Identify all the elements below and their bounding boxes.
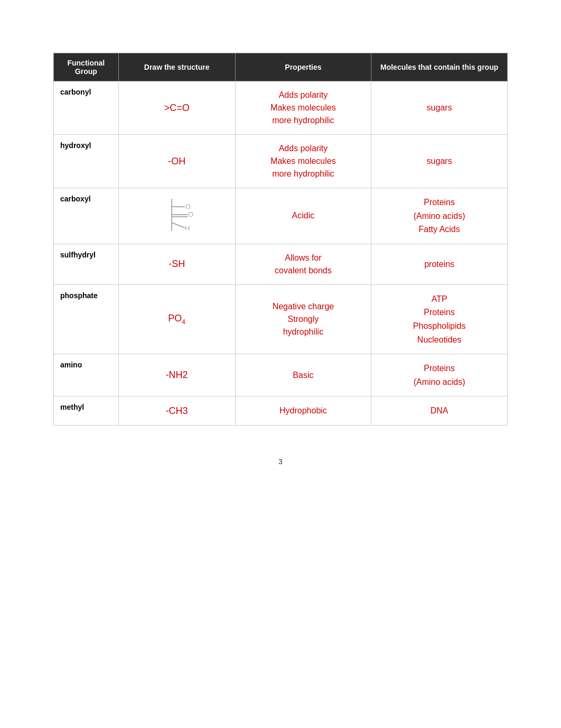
molecules-carbonyl: sugars <box>371 81 508 135</box>
structure-carbonyl: >C=O <box>118 81 235 135</box>
label-methyl: methyl <box>54 397 119 426</box>
structure-carboxyl: O O H <box>118 188 235 244</box>
table-row: methyl -CH3 Hydrophobic DNA <box>54 397 508 426</box>
table-row: carbonyl >C=O Adds polarity Makes molecu… <box>54 81 508 135</box>
table-row: phosphate PO4 Negative charge Strongly h… <box>54 284 508 354</box>
properties-hydroxyl: Adds polarity Makes molecules more hydro… <box>235 135 371 188</box>
molecules-amino: Proteins (Amino acids) <box>371 354 508 397</box>
label-phosphate: phosphate <box>54 284 119 354</box>
label-sulfhydryl: sulfhydryl <box>54 244 119 284</box>
structure-methyl: -CH3 <box>118 397 235 426</box>
structure-hydroxyl: -OH <box>118 135 235 188</box>
label-hydroxyl: hydroxyl <box>54 135 119 188</box>
header-molecules: Molecules that contain this group <box>371 53 508 81</box>
table-row: hydroxyl -OH Adds polarity Makes molecul… <box>54 135 508 188</box>
properties-amino: Basic <box>235 354 371 397</box>
header-functional-group: Functional Group <box>54 53 119 81</box>
header-properties: Properties <box>235 53 371 81</box>
molecules-carboxyl: Proteins (Amino acids) Fatty Acids <box>371 188 508 244</box>
properties-carbonyl: Adds polarity Makes molecules more hydro… <box>235 81 371 135</box>
properties-phosphate: Negative charge Strongly hydrophilic <box>235 284 371 354</box>
svg-text:H: H <box>185 224 190 232</box>
header-draw-structure: Draw the structure <box>118 53 235 81</box>
label-carbonyl: carbonyl <box>54 81 119 135</box>
molecules-phosphate: ATP Proteins Phospholipids Nucleotides <box>371 284 508 354</box>
structure-sulfhydryl: -SH <box>118 244 235 284</box>
carboxyl-svg: O O H <box>156 196 198 233</box>
table-row: carboxyl O O H <box>54 188 508 244</box>
svg-text:O: O <box>185 202 191 210</box>
table-row: sulfhydryl -SH Allows for covalent bonds… <box>54 244 508 284</box>
page-number: 3 <box>278 457 283 466</box>
properties-methyl: Hydrophobic <box>235 397 371 426</box>
structure-phosphate: PO4 <box>118 284 235 354</box>
label-amino: amino <box>54 354 119 397</box>
functional-groups-table: Functional Group Draw the structure Prop… <box>53 53 508 426</box>
label-carboxyl: carboxyl <box>54 188 119 244</box>
svg-text:O: O <box>188 210 193 218</box>
properties-carboxyl: Acidic <box>235 188 371 244</box>
table-row: amino -NH2 Basic Proteins (Amino acids) <box>54 354 508 397</box>
svg-line-4 <box>172 223 185 228</box>
properties-sulfhydryl: Allows for covalent bonds <box>235 244 371 284</box>
molecules-hydroxyl: sugars <box>371 135 508 188</box>
structure-amino: -NH2 <box>118 354 235 397</box>
molecules-methyl: DNA <box>371 397 508 426</box>
functional-groups-table-wrapper: Functional Group Draw the structure Prop… <box>53 53 508 426</box>
molecules-sulfhydryl: proteins <box>371 244 508 284</box>
